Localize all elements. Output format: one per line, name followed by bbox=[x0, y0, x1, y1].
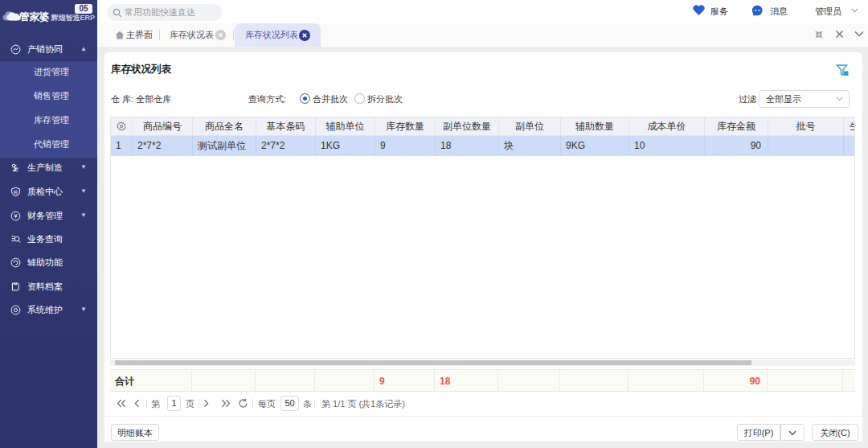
svg-text:¥: ¥ bbox=[14, 212, 18, 220]
svg-text:辉煌智造ERP: 辉煌智造ERP bbox=[51, 14, 96, 22]
svg-text:检: 检 bbox=[14, 189, 18, 194]
svg-text:管家婆: 管家婆 bbox=[18, 11, 50, 23]
